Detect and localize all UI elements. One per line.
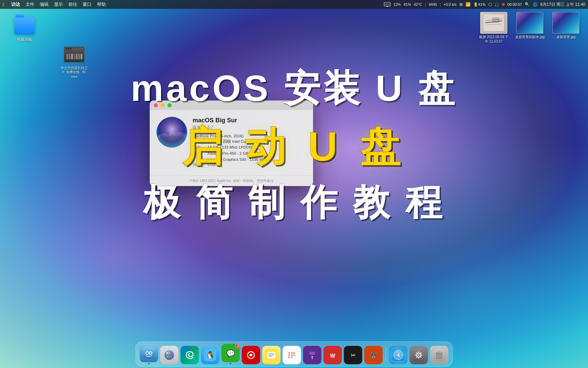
dock-system-preferences[interactable] <box>410 346 428 364</box>
edit-menu[interactable]: 编辑 <box>40 1 49 7</box>
screenshot-file-label: 截屏 2022-08-09 下午 11.53.57 <box>478 35 509 44</box>
svg-rect-66 <box>438 351 441 353</box>
svg-point-40 <box>289 352 290 354</box>
graphics-row-1: 显卡 Radeon Pro 450 - 2 GB <box>193 151 306 156</box>
svg-text:🐻: 🐻 <box>369 351 378 359</box>
dock-wps[interactable]: W <box>324 346 342 364</box>
svg-rect-25 <box>184 349 196 361</box>
video-file-label: 外太空的莫扎特正片 免费在线...院.mp4 <box>61 66 88 79</box>
svg-point-13 <box>146 352 148 354</box>
wechat-badge: 2 <box>235 344 240 348</box>
desktop:  访达 文件 编辑 显示 前往 窗口 帮助 CPU 12% 41% 42°C … <box>0 0 588 368</box>
headphones-icon: 🎧 <box>494 2 499 7</box>
svg-point-20 <box>168 354 170 356</box>
svg-point-19 <box>166 354 168 356</box>
dock-edge[interactable] <box>181 346 199 364</box>
record-icon <box>502 3 505 6</box>
dock-notes[interactable] <box>262 346 281 364</box>
dock-capcut[interactable]: ✂ <box>344 346 362 364</box>
videos-folder-label: 视频原稿 <box>17 37 32 42</box>
search-icon[interactable]: 🔍 <box>525 2 530 7</box>
window-menu[interactable]: 窗口 <box>83 1 92 7</box>
svg-point-44 <box>289 356 290 358</box>
dock-launchpad[interactable] <box>160 346 179 364</box>
svg-point-23 <box>168 356 170 358</box>
dock-topnotch[interactable]: T <box>303 346 322 364</box>
svg-point-32 <box>250 354 252 356</box>
dock-qq[interactable]: 🐧 <box>201 346 219 364</box>
apple-menu[interactable]:  <box>3 2 4 7</box>
svg-point-18 <box>170 352 173 354</box>
video-file-icon[interactable]: 外太空的莫扎特正片 免费在线...院.mp4 <box>61 44 88 79</box>
svg-point-62 <box>418 354 420 356</box>
dock-divider <box>386 347 386 361</box>
wallpaper-label: 桌面背景.jpg <box>556 35 575 39</box>
dialog-titlebar <box>150 101 313 110</box>
bluetooth-icon[interactable]: ⬡ <box>488 2 492 7</box>
screenshot-file-icon[interactable]: 截屏 2022-08-09 下午 11.53.57 <box>478 12 509 44</box>
dock-trash[interactable] <box>430 346 448 364</box>
model-row: MacBook Pro (15-inch, 2016) <box>193 134 306 138</box>
maximize-button[interactable] <box>167 103 172 107</box>
svg-point-21 <box>170 354 173 356</box>
svg-text:💬: 💬 <box>226 349 235 357</box>
svg-rect-7 <box>492 17 500 23</box>
svg-point-14 <box>150 352 151 354</box>
os-name: macOS Big Sur <box>193 117 306 124</box>
dialog-footer: ™和© 1983-2022 Apple Inc. 保留一切权利。序列号备注 <box>150 175 313 186</box>
svg-text:🐧: 🐧 <box>206 351 215 360</box>
svg-text:T: T <box>311 356 313 360</box>
timer-stat: 00:00:07 <box>507 2 522 6</box>
about-this-mac-dialog: macOS Big Sur 版本 11.6.7 MacBook Pro (15-… <box>150 101 313 186</box>
wallpaper-copy-label: 桌面背景的副本.jpg <box>515 35 544 39</box>
svg-rect-2 <box>387 6 388 7</box>
cpu-stat: 12% <box>393 2 401 6</box>
serial-row: 序列号 CO2... <box>193 163 306 168</box>
siri-icon[interactable]: 🌀 <box>533 2 538 7</box>
dock: 🐧 💬 2 <box>135 341 453 367</box>
dialog-info: macOS Big Sur 版本 11.6.7 MacBook Pro (15-… <box>193 117 306 169</box>
app-menu[interactable]: 访达 <box>11 1 20 7</box>
svg-text:CPU: CPU <box>385 3 390 5</box>
view-menu[interactable]: 显示 <box>54 1 63 7</box>
processor-row: 处理器 2.6 GHz 四核 Intel Core i7 <box>193 139 306 144</box>
help-menu[interactable]: 帮助 <box>97 1 106 7</box>
rpm-stat: 4445 <box>429 2 437 6</box>
controlcenter-icon[interactable]: ⊞ <box>459 2 463 7</box>
wallpaper-copy-file-icon[interactable]: 桌面背景的副本.jpg <box>514 12 545 39</box>
close-button[interactable] <box>154 103 158 107</box>
dock-wechat[interactable]: 💬 2 <box>222 344 240 364</box>
svg-text:✂: ✂ <box>350 352 356 359</box>
desktop-files-area: 截屏 2022-08-09 下午 11.53.57 桌面背景的副本.jpg 桌面… <box>478 12 581 44</box>
svg-point-16 <box>166 352 168 354</box>
memory-row: 内存 16 GB 2133 MHz LPDDR3 <box>193 145 306 150</box>
battery-icon: 🔋41% <box>473 2 486 7</box>
dock-reminders[interactable] <box>283 346 301 364</box>
mem-stat: 41% <box>404 2 411 6</box>
svg-point-42 <box>289 354 290 356</box>
datetime-display: 8月17日 周三 上午 11:40 <box>540 2 585 7</box>
dialog-content: macOS Big Sur 版本 11.6.7 MacBook Pro (15-… <box>150 110 313 175</box>
network-stat: +0.0 k/s <box>443 2 457 6</box>
temp-stat: 42°C <box>414 2 422 6</box>
minimize-button[interactable] <box>161 103 165 107</box>
dock-bear[interactable]: 🐻 <box>364 346 383 364</box>
svg-point-17 <box>168 352 170 354</box>
dock-safari[interactable] <box>389 346 408 364</box>
svg-point-22 <box>166 356 168 358</box>
svg-point-24 <box>170 356 173 358</box>
dock-finder[interactable] <box>140 344 158 364</box>
svg-text:W: W <box>330 353 336 359</box>
wallpaper-file-icon[interactable]: 桌面背景.jpg <box>551 12 581 39</box>
menubar:  访达 文件 编辑 显示 前往 窗口 帮助 CPU 12% 41% 42°C … <box>0 0 588 9</box>
title-line3: 极 简 制 作 教 程 <box>0 184 588 221</box>
go-menu[interactable]: 前往 <box>68 1 77 7</box>
dock-netease[interactable] <box>242 346 260 364</box>
cpu-monitor-icon: CPU <box>384 2 391 7</box>
file-menu[interactable]: 文件 <box>26 1 34 7</box>
wifi-icon[interactable]: 📶 <box>466 2 471 7</box>
videos-folder-icon[interactable]: 视频原稿 <box>11 15 38 42</box>
graphics-row-2: Intel HD Graphics 530 - 1536 MB <box>193 157 306 162</box>
macos-logo <box>157 117 187 148</box>
os-version: 版本 11.6.7 <box>193 125 306 131</box>
